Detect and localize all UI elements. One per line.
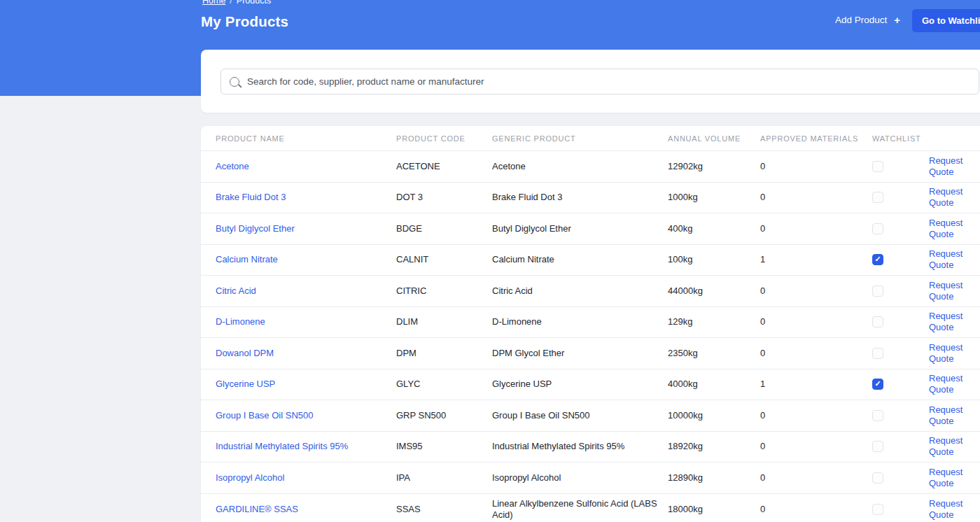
- approved-materials-cell: 1: [760, 379, 872, 390]
- table-row: AcetoneACETONEAcetone12902kg0Request Quo…: [201, 151, 980, 183]
- search-card: [201, 50, 980, 113]
- generic-product-cell: D-Limonene: [492, 316, 668, 327]
- annual-volume-cell: 12902kg: [668, 161, 760, 172]
- add-product-button[interactable]: Add Product +: [835, 14, 900, 26]
- generic-product-cell: Citric Acid: [492, 285, 668, 297]
- actions-cell: Request Quote: [929, 404, 980, 428]
- watchlist-checkbox[interactable]: [872, 223, 883, 234]
- table-body: AcetoneACETONEAcetone12902kg0Request Quo…: [201, 151, 980, 522]
- product-name-link[interactable]: Isopropyl Alcohol: [216, 472, 284, 483]
- search-icon: [230, 77, 239, 87]
- product-name-link[interactable]: Glycerine USP: [216, 379, 275, 389]
- table-row: Isopropyl AlcoholIPAIsopropyl Alcohol128…: [201, 463, 980, 494]
- product-name-link[interactable]: Dowanol DPM: [216, 348, 274, 358]
- request-quote-link[interactable]: Request Quote: [929, 404, 962, 426]
- watchlist-checkbox[interactable]: [872, 285, 883, 297]
- product-name-cell: Industrial Methylated Spirits 95%: [216, 441, 396, 452]
- annual-volume-cell: 12890kg: [668, 472, 760, 484]
- annual-volume-cell: 2350kg: [668, 348, 760, 359]
- annual-volume-cell: 100kg: [668, 254, 760, 265]
- table-row: Group I Base Oil SN500GRP SN500Group I B…: [201, 400, 980, 432]
- column-header-annual-volume: Annual Volume: [668, 134, 760, 143]
- actions-cell: Request Quote: [929, 373, 980, 396]
- watchlist-checkbox[interactable]: [872, 379, 883, 390]
- watchlist-cell: [872, 316, 929, 327]
- watchlist-checkbox[interactable]: [872, 192, 883, 203]
- table-row: Butyl Diglycol EtherBDGEButyl Diglycol E…: [201, 213, 980, 245]
- breadcrumb-separator: /: [230, 0, 232, 6]
- annual-volume-cell: 129kg: [668, 316, 760, 327]
- watchlist-cell: [872, 504, 929, 515]
- watchlist-checkbox[interactable]: [872, 161, 883, 172]
- request-quote-link[interactable]: Request Quote: [929, 218, 962, 239]
- breadcrumb: Home / Products: [202, 0, 271, 6]
- request-quote-link[interactable]: Request Quote: [929, 467, 962, 488]
- breadcrumb-home-link[interactable]: Home: [202, 0, 225, 6]
- product-name-link[interactable]: Group I Base Oil SN500: [216, 410, 313, 421]
- request-quote-link[interactable]: Request Quote: [929, 280, 962, 302]
- annual-volume-cell: 44000kg: [668, 285, 760, 297]
- actions-cell: Request Quote: [929, 186, 980, 209]
- product-name-cell: Dowanol DPM: [216, 348, 396, 359]
- product-code-cell: DPM: [396, 348, 492, 359]
- request-quote-link[interactable]: Request Quote: [929, 373, 962, 395]
- watchlist-checkbox[interactable]: [872, 441, 883, 452]
- request-quote-link[interactable]: Request Quote: [929, 155, 962, 177]
- table-row: Glycerine USPGLYCGlycerine USP4000kg1Req…: [201, 369, 980, 401]
- search-box[interactable]: [220, 69, 979, 94]
- watchlist-checkbox[interactable]: [872, 504, 883, 515]
- watchlist-cell: [872, 379, 929, 390]
- table-header-row: Product Name Product Code Generic Produc…: [201, 126, 980, 151]
- product-name-cell: Citric Acid: [216, 285, 396, 297]
- request-quote-link[interactable]: Request Quote: [929, 311, 962, 332]
- product-name-link[interactable]: Acetone: [216, 161, 249, 171]
- watchlist-cell: [872, 472, 929, 484]
- table-row: GARDILINE® SSASSSASLinear Alkylbenzene S…: [201, 494, 980, 522]
- watchlist-cell: [872, 441, 929, 452]
- product-name-link[interactable]: Industrial Methylated Spirits 95%: [216, 441, 348, 451]
- approved-materials-cell: 0: [760, 410, 872, 421]
- product-code-cell: DLIM: [396, 316, 492, 327]
- breadcrumb-current: Products: [237, 0, 271, 6]
- product-name-cell: Brake Fluid Dot 3: [216, 192, 396, 203]
- generic-product-cell: DPM Glycol Ether: [492, 348, 668, 359]
- watchlist-checkbox[interactable]: [872, 472, 883, 484]
- approved-materials-cell: 0: [760, 472, 872, 484]
- generic-product-cell: Isopropyl Alcohol: [492, 472, 668, 484]
- watchlist-checkbox[interactable]: [872, 410, 883, 421]
- product-code-cell: GRP SN500: [396, 410, 492, 421]
- product-name-cell: Butyl Diglycol Ether: [216, 223, 396, 234]
- request-quote-link[interactable]: Request Quote: [929, 248, 962, 270]
- product-code-cell: GLYC: [396, 379, 492, 390]
- product-name-link[interactable]: Brake Fluid Dot 3: [216, 192, 286, 202]
- request-quote-link[interactable]: Request Quote: [929, 186, 962, 208]
- go-to-watchlist-button[interactable]: Go to Watchlist: [912, 9, 980, 32]
- product-name-link[interactable]: Calcium Nitrate: [216, 254, 278, 264]
- column-header-approved-materials: Approved Materials: [760, 134, 872, 143]
- approved-materials-cell: 0: [760, 504, 872, 515]
- page-title: My Products: [201, 13, 288, 30]
- approved-materials-cell: 0: [760, 192, 872, 203]
- actions-cell: Request Quote: [929, 248, 980, 271]
- search-input[interactable]: [247, 76, 970, 87]
- product-name-link[interactable]: Citric Acid: [216, 285, 256, 296]
- generic-product-cell: Acetone: [492, 161, 668, 172]
- table-row: Industrial Methylated Spirits 95%IMS95In…: [201, 432, 980, 463]
- watchlist-checkbox[interactable]: [872, 316, 883, 327]
- watchlist-checkbox[interactable]: [872, 348, 883, 359]
- request-quote-link[interactable]: Request Quote: [929, 498, 962, 520]
- table-row: Dowanol DPMDPMDPM Glycol Ether2350kg0Req…: [201, 338, 980, 369]
- request-quote-link[interactable]: Request Quote: [929, 435, 962, 457]
- actions-cell: Request Quote: [929, 218, 980, 241]
- product-code-cell: ACETONE: [396, 161, 492, 172]
- approved-materials-cell: 0: [760, 348, 872, 359]
- generic-product-cell: Calcium Nitrate: [492, 254, 668, 265]
- request-quote-link[interactable]: Request Quote: [929, 342, 962, 364]
- product-name-link[interactable]: D-Limonene: [216, 316, 265, 327]
- approved-materials-cell: 0: [760, 161, 872, 172]
- watchlist-checkbox[interactable]: [872, 254, 883, 265]
- product-name-cell: Isopropyl Alcohol: [216, 472, 396, 484]
- product-name-link[interactable]: GARDILINE® SSAS: [216, 504, 298, 514]
- products-table: Product Name Product Code Generic Produc…: [201, 126, 980, 522]
- product-name-link[interactable]: Butyl Diglycol Ether: [216, 223, 295, 234]
